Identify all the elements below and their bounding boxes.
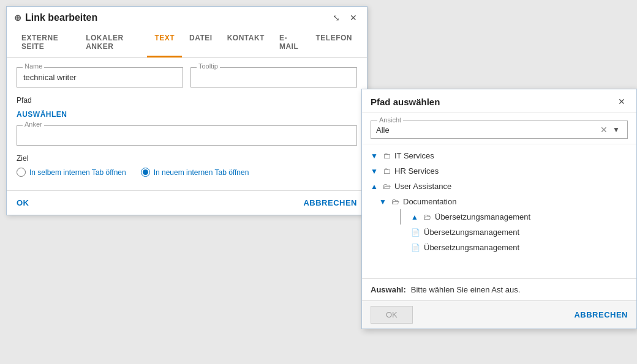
path-dialog: Pfad auswählen ✕ Ansicht Alle ✕ ▼ ▼ 🗀 IT… <box>361 89 637 329</box>
chevron-uebersetzungsmanagement: ▲ <box>411 213 421 221</box>
name-input[interactable] <box>17 67 183 87</box>
tree-label-uebersetzungsmanagement-doc1: Übersetzungsmanagement <box>424 228 519 237</box>
path-dialog-title: Pfad auswählen <box>371 97 440 107</box>
dialog-title-bar: ⊕ Link bearbeiten ⤡ ✕ <box>7 7 367 29</box>
tab-datei[interactable]: DATEI <box>182 29 220 58</box>
tree-label-documentation: Documentation <box>403 197 456 206</box>
dialog-title: ⊕ Link bearbeiten <box>14 12 97 23</box>
tab-telefon[interactable]: TELEFON <box>309 29 360 58</box>
path-abbrechen-button[interactable]: ABBRECHEN <box>574 306 628 324</box>
name-tooltip-row: Name Tooltip <box>17 67 357 87</box>
doc-icon-1: 📄 <box>411 228 420 237</box>
chevron-doc2 <box>399 243 409 252</box>
selection-value: Bitte wählen Sie einen Ast aus. <box>411 285 521 294</box>
tree-label-uebersetzungsmanagement-doc2: Übersetzungsmanagement <box>424 243 519 252</box>
path-dialog-close-button[interactable]: ✕ <box>616 95 628 108</box>
selection-label: Auswahl: <box>371 285 406 294</box>
main-dialog-footer: OK ABBRECHEN <box>7 190 367 215</box>
doc-icon-2: 📄 <box>411 243 420 252</box>
chevron-it-services: ▼ <box>371 152 380 160</box>
main-abbrechen-button[interactable]: ABBRECHEN <box>303 198 357 207</box>
move-icon: ⊕ <box>14 13 21 23</box>
folder-icon-it-services: 🗀 <box>383 151 391 160</box>
radio-group: In selbem internen Tab öffnen In neuem i… <box>17 168 357 177</box>
ansicht-clear-button[interactable]: ✕ <box>598 125 610 135</box>
tree-item-it-services[interactable]: ▼ 🗀 IT Services <box>362 148 636 163</box>
tooltip-input[interactable] <box>190 67 357 87</box>
tab-kontakt[interactable]: KONTAKT <box>220 29 272 58</box>
ansicht-label: Ansicht <box>377 116 403 124</box>
tabs-bar: EXTERNE SEITE LOKALER ANKER TEXT DATEI K… <box>7 29 367 58</box>
path-dialog-footer: OK ABBRECHEN <box>362 300 636 329</box>
chevron-documentation: ▼ <box>379 198 389 206</box>
tree-item-documentation[interactable]: ▼ 🗁 Documentation <box>362 194 636 209</box>
tree-list: ▼ 🗀 IT Services ▼ 🗀 HR Services ▲ 🗁 User… <box>362 144 636 278</box>
tree-item-uebersetzungsmanagement-folder[interactable]: ▲ 🗁 Übersetzungsmanagement <box>401 209 636 225</box>
folder-icon-user-assistance: 🗁 <box>383 182 391 191</box>
chevron-hr-services: ▼ <box>371 167 380 176</box>
expand-button[interactable]: ⤡ <box>330 12 342 24</box>
radio-selber-tab-label: In selbem internen Tab öffnen <box>29 168 126 177</box>
tree-label-it-services: IT Services <box>394 151 434 160</box>
main-dialog: ⊕ Link bearbeiten ⤡ ✕ EXTERNE SEITE LOKA… <box>6 6 368 215</box>
ziel-section: Ziel In selbem internen Tab öffnen In ne… <box>17 154 357 177</box>
dialog-title-text: Link bearbeiten <box>25 12 97 23</box>
tree-item-hr-services[interactable]: ▼ 🗀 HR Services <box>362 163 636 179</box>
form-content: Name Tooltip Pfad AUSWÄHLEN Anker Ziel <box>7 58 367 184</box>
anker-input[interactable] <box>17 125 357 146</box>
ziel-label: Ziel <box>17 154 357 163</box>
tree-label-uebersetzungsmanagement-folder: Übersetzungsmanagement <box>435 212 530 221</box>
tab-lokaler-anker[interactable]: LOKALER ANKER <box>78 29 147 58</box>
radio-neuer-tab-label: In neuem internen Tab öffnen <box>154 168 249 177</box>
tooltip-label: Tooltip <box>197 62 220 70</box>
tab-email[interactable]: E-MAIL <box>272 29 309 58</box>
tooltip-field-group: Tooltip <box>190 67 357 87</box>
tree-item-uebersetzungsmanagement-doc2[interactable]: 📄 Übersetzungsmanagement <box>362 240 636 255</box>
tree-item-uebersetzungsmanagement-doc1[interactable]: 📄 Übersetzungsmanagement <box>362 225 636 240</box>
radio-selber-tab[interactable] <box>17 168 26 177</box>
path-ok-button[interactable]: OK <box>371 306 413 324</box>
radio-item-selber-tab[interactable]: In selbem internen Tab öffnen <box>17 168 126 177</box>
path-dialog-header: Pfad auswählen ✕ <box>362 89 636 113</box>
pfad-section: Pfad AUSWÄHLEN <box>17 96 357 119</box>
name-field-group: Name <box>17 67 183 87</box>
uebersetzung-row: ▲ 🗁 Übersetzungsmanagement <box>362 209 636 225</box>
tree-label-user-assistance: User Assistance <box>394 182 451 191</box>
name-label: Name <box>23 62 44 70</box>
anker-field-group: Anker <box>17 125 357 146</box>
ansicht-section: Ansicht Alle ✕ ▼ <box>362 113 636 144</box>
main-ok-button[interactable]: OK <box>17 198 29 207</box>
anker-label: Anker <box>23 121 44 128</box>
radio-neuer-tab[interactable] <box>141 168 150 177</box>
folder-icon-hr-services: 🗀 <box>383 166 391 176</box>
ansicht-value: Alle <box>376 125 598 135</box>
ansicht-inner: Alle ✕ ▼ <box>371 121 627 138</box>
tree-item-user-assistance[interactable]: ▲ 🗁 User Assistance <box>362 179 636 194</box>
ansicht-group: Ansicht Alle ✕ ▼ <box>371 121 628 139</box>
title-actions: ⤡ ✕ <box>330 12 360 24</box>
tab-externe-seite[interactable]: EXTERNE SEITE <box>14 29 78 58</box>
close-button[interactable]: ✕ <box>347 12 360 24</box>
auswahlen-button[interactable]: AUSWÄHLEN <box>17 110 67 119</box>
selection-info: Auswahl: Bitte wählen Sie einen Ast aus. <box>362 278 636 300</box>
ansicht-dropdown-button[interactable]: ▼ <box>610 125 622 134</box>
chevron-user-assistance: ▲ <box>371 182 380 191</box>
radio-item-neuer-tab[interactable]: In neuem internen Tab öffnen <box>141 168 249 177</box>
folder-icon-documentation: 🗁 <box>391 197 399 206</box>
tab-text[interactable]: TEXT <box>147 29 182 58</box>
chevron-doc1 <box>399 228 409 237</box>
tree-label-hr-services: HR Services <box>394 166 439 176</box>
folder-icon-uebersetzungsmanagement: 🗁 <box>423 212 431 221</box>
pfad-label: Pfad <box>17 96 357 105</box>
